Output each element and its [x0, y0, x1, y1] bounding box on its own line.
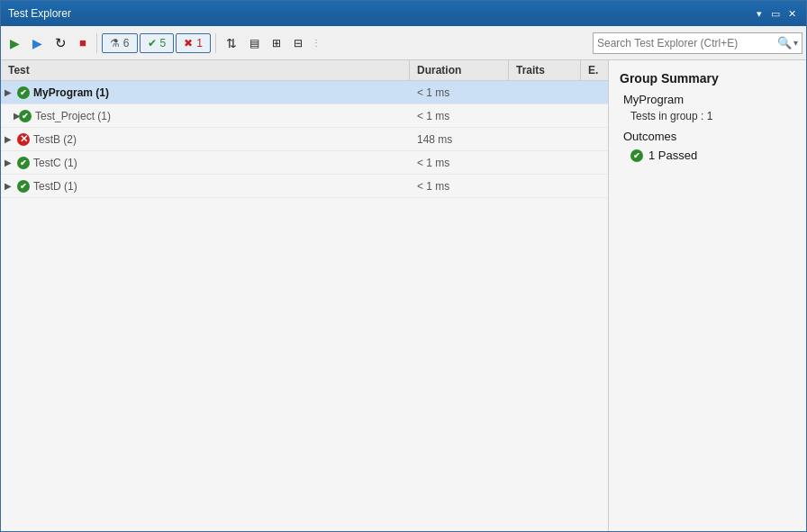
expand-toggle[interactable]: ▶	[1, 151, 15, 175]
tests-in-group-label: Tests in group :	[630, 110, 703, 122]
col-header-duration: Duration	[410, 60, 509, 80]
search-icon: 🔍	[777, 36, 792, 50]
pass-circle: ✔	[17, 86, 30, 99]
replay-button[interactable]: ↻	[50, 32, 72, 55]
summary-tests-in-group: Tests in group : 1	[620, 110, 795, 122]
expand-toggle[interactable]: ▶	[1, 128, 15, 151]
sort-button[interactable]: ⇅	[221, 32, 242, 54]
status-icon-fail: ✕	[15, 128, 32, 151]
summary-outcomes-title: Outcomes	[620, 130, 795, 143]
test-name: Test_Project (1)	[33, 110, 410, 122]
maximize-button[interactable]: ▭	[768, 7, 783, 20]
search-box[interactable]: 🔍 ▾	[593, 32, 802, 54]
filter-pass-button[interactable]: ✔ 5	[140, 33, 175, 53]
test-name: TestB (2)	[32, 133, 410, 146]
pass-circle: ✔	[17, 157, 30, 169]
replay-icon: ↻	[55, 35, 67, 51]
pass-circle: ✔	[19, 110, 32, 122]
column-headers: Test Duration Traits E.	[1, 60, 608, 81]
test-duration: < 1 ms	[410, 180, 509, 193]
filter-all-count: 6	[123, 37, 130, 50]
main-content: Test Duration Traits E. ▶ ✔ MyProgram (1…	[1, 60, 806, 531]
test-duration: < 1 ms	[410, 157, 509, 169]
test-name: TestC (1)	[32, 157, 410, 169]
status-icon-pass: ✔	[15, 81, 32, 104]
flask-icon: ⚗	[110, 37, 120, 50]
summary-outcome-item: ✔ 1 Passed	[620, 149, 795, 162]
table-row[interactable]: ▶ ✔ MyProgram (1) < 1 ms	[1, 81, 608, 104]
expand-icon: ⊞	[272, 37, 281, 50]
expand-toggle[interactable]: ▶	[1, 104, 17, 128]
group-button[interactable]: ▤	[244, 33, 265, 53]
window-controls[interactable]: ▾ ▭ ✕	[752, 7, 799, 20]
overflow-dots: ⋮	[312, 38, 321, 48]
play-debug-icon: ▶	[32, 36, 42, 50]
outcome-pass-icon: ✔	[630, 149, 643, 162]
expand-toggle[interactable]: ▶	[1, 81, 15, 104]
fail-icon: ✖	[184, 37, 193, 50]
summary-title: Group Summary	[620, 71, 795, 86]
collapse-icon: ⊟	[294, 37, 303, 50]
pass-icon: ✔	[148, 37, 157, 50]
test-name: MyProgram (1)	[32, 86, 410, 99]
status-icon-pass: ✔	[15, 175, 32, 198]
group-icon: ▤	[249, 37, 259, 50]
filter-all-button[interactable]: ⚗ 6	[102, 33, 138, 53]
summary-pane: Group Summary MyProgram Tests in group :…	[608, 60, 806, 531]
fail-circle: ✕	[17, 133, 30, 146]
pass-circle: ✔	[17, 180, 30, 193]
summary-group-name: MyProgram	[620, 93, 795, 106]
minimize-button[interactable]: ▾	[752, 7, 766, 20]
cancel-button[interactable]: ■	[74, 32, 92, 53]
search-dropdown-icon[interactable]: ▾	[793, 38, 798, 48]
separator-1	[96, 33, 97, 53]
play-icon: ▶	[10, 36, 20, 50]
test-duration: < 1 ms	[410, 110, 509, 122]
col-header-e: E.	[581, 60, 608, 80]
expand-toggle[interactable]: ▶	[1, 175, 15, 198]
expand-all-button[interactable]: ⊞	[267, 33, 286, 53]
status-icon-pass: ✔	[17, 104, 33, 128]
test-list-pane: Test Duration Traits E. ▶ ✔ MyProgram (1…	[1, 60, 608, 531]
table-row[interactable]: ▶ ✔ Test_Project (1) < 1 ms	[1, 104, 608, 128]
filter-fail-button[interactable]: ✖ 1	[176, 33, 211, 53]
test-name: TestD (1)	[32, 180, 410, 193]
tests-in-group-value: 1	[707, 110, 713, 122]
test-duration: 148 ms	[410, 133, 509, 146]
run-all-button[interactable]: ▶	[5, 32, 25, 54]
test-duration: < 1 ms	[410, 86, 509, 99]
table-row[interactable]: ▶ ✕ TestB (2) 148 ms	[1, 128, 608, 151]
test-rows: ▶ ✔ MyProgram (1) < 1 ms ▶ ✔ Test_Projec…	[1, 81, 608, 531]
table-row[interactable]: ▶ ✔ TestC (1) < 1 ms	[1, 151, 608, 175]
table-row[interactable]: ▶ ✔ TestD (1) < 1 ms	[1, 175, 608, 198]
separator-2	[215, 33, 216, 53]
status-icon-pass: ✔	[15, 151, 32, 175]
close-button[interactable]: ✕	[784, 7, 799, 20]
col-header-traits: Traits	[509, 60, 581, 80]
collapse-all-button[interactable]: ⊟	[288, 33, 308, 53]
filter-pass-count: 5	[160, 37, 167, 50]
window-title: Test Explorer	[8, 7, 71, 20]
outcome-text: 1 Passed	[648, 149, 697, 162]
toolbar: ▶ ▶ ↻ ■ ⚗ 6 ✔ 5 ✖ 1 ⇅ ▤	[1, 26, 806, 60]
search-input[interactable]	[597, 37, 777, 50]
title-bar: Test Explorer ▾ ▭ ✕	[1, 1, 806, 26]
sort-icon: ⇅	[226, 36, 237, 50]
filter-fail-count: 1	[196, 37, 203, 50]
cancel-icon: ■	[79, 36, 86, 50]
run-debug-button[interactable]: ▶	[27, 32, 48, 54]
col-header-test: Test	[1, 60, 410, 80]
